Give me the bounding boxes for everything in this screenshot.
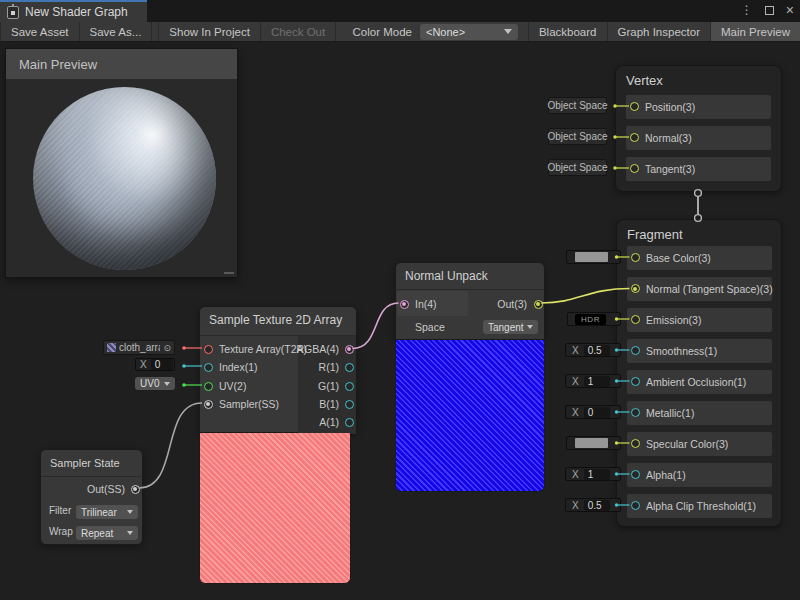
out-label: Out(3) [497, 292, 527, 316]
normal-unpack-title: Normal Unpack [405, 263, 488, 290]
port-tangent[interactable] [630, 164, 639, 173]
vertex-slot-normal[interactable]: Normal(3) [626, 126, 771, 150]
fragment-slot-emission[interactable]: Emission(3) [627, 308, 772, 332]
fragment-slot-ambient-occlusion[interactable]: Ambient Occlusion(1) [627, 370, 772, 394]
wrap-dropdown[interactable]: Repeat [76, 526, 138, 540]
metallic-field[interactable]: X 0 [565, 405, 621, 419]
vertex-slot-position-label: Position(3) [645, 95, 695, 119]
alpha-value[interactable]: 1 [584, 469, 610, 480]
color-swatch [575, 438, 608, 448]
save-asset-label: Save Asset [11, 26, 69, 38]
wrap-label: Wrap [49, 520, 73, 544]
port-normal[interactable] [630, 133, 639, 142]
fragment-slot-base-color[interactable]: Base Color(3) [627, 246, 772, 270]
normal-unpack-preview[interactable] [395, 340, 545, 492]
base-color-swatch[interactable] [566, 250, 621, 264]
port-out-ss[interactable] [131, 485, 140, 494]
vertex-slot-tangent[interactable]: Tangent(3) [626, 157, 771, 181]
chevron-down-icon [127, 510, 133, 514]
position-space-chip[interactable]: Object Space [548, 97, 607, 114]
port-b[interactable] [345, 400, 354, 409]
port-smoothness[interactable] [631, 346, 640, 355]
node-sample-texture-2d-array[interactable]: Sample Texture 2D Array Texture Array(T2… [199, 306, 357, 433]
port-alpha-clip-threshold[interactable] [631, 501, 640, 510]
port-base-color[interactable] [631, 253, 640, 262]
fragment-slot-alpha-label: Alpha(1) [646, 463, 686, 487]
metallic-value[interactable]: 0 [584, 407, 610, 418]
filter-dropdown[interactable]: Trilinear [76, 505, 138, 519]
object-picker-icon[interactable]: ⊙ [163, 343, 171, 353]
save-asset-button[interactable]: Save Asset [0, 22, 80, 41]
graph-inspector-toggle-button[interactable]: Graph Inspector [608, 22, 711, 41]
fragment-slot-specular-color[interactable]: Specular Color(3) [627, 432, 772, 456]
node-sampler-state[interactable]: Sampler State Out(SS) Filter Trilinear W… [40, 449, 143, 545]
port-texture-array[interactable] [204, 345, 213, 354]
tab-new-shader-graph[interactable]: New Shader Graph [0, 0, 147, 22]
index-field[interactable]: X 0 [135, 358, 175, 371]
normal-space-chip[interactable]: Object Space [548, 128, 607, 145]
ambient-occlusion-field[interactable]: X 1 [565, 374, 621, 388]
blackboard-toggle-button[interactable]: Blackboard [528, 22, 608, 41]
texture-array-object-field[interactable]: cloth_array ⊙ [103, 340, 175, 355]
port-metallic[interactable] [631, 408, 640, 417]
fragment-slot-ambient-occlusion-label: Ambient Occlusion(1) [646, 370, 746, 394]
smoothness-field[interactable]: X 0.5 [565, 343, 621, 357]
more-options-icon[interactable]: ⋮ [741, 3, 753, 17]
alpha-clip-threshold-field[interactable]: X 0.5 [565, 498, 621, 512]
chevron-down-icon [527, 325, 533, 329]
fragment-slot-metallic[interactable]: Metallic(1) [627, 401, 772, 425]
vertex-slot-position[interactable]: Position(3) [626, 95, 771, 119]
resize-grip[interactable] [224, 272, 234, 274]
main-preview-toggle-button[interactable]: Main Preview [711, 22, 800, 41]
maximize-icon[interactable] [765, 6, 774, 15]
port-index[interactable] [204, 363, 213, 372]
port-alpha[interactable] [631, 470, 640, 479]
alpha-clip-threshold-value[interactable]: 0.5 [584, 500, 610, 511]
port-emission[interactable] [631, 315, 640, 324]
show-in-project-button[interactable]: Show In Project [158, 22, 261, 41]
save-as-button[interactable]: Save As... [80, 22, 153, 41]
space-dropdown[interactable]: Tangent [483, 320, 538, 334]
port-ambient-occlusion[interactable] [631, 377, 640, 386]
sample-texture-preview[interactable] [199, 433, 351, 584]
alpha-field[interactable]: X 1 [565, 467, 621, 481]
fragment-slot-alpha-clip-label: Alpha Clip Threshold(1) [646, 494, 756, 518]
port-a[interactable] [345, 418, 354, 427]
port-specular-color[interactable] [631, 439, 640, 448]
input-sampler-label: Sampler(SS) [219, 392, 279, 416]
node-vertex[interactable]: Vertex Position(3) Normal(3) Tangent(3) [615, 65, 782, 192]
port-out[interactable] [534, 300, 543, 309]
specular-color-swatch[interactable] [566, 436, 621, 450]
main-preview-panel[interactable]: Main Preview [5, 48, 238, 278]
preview-sphere[interactable] [33, 87, 216, 270]
normal-space-label: Object Space [547, 131, 607, 142]
fragment-slot-specular-color-label: Specular Color(3) [646, 432, 728, 456]
port-r[interactable] [345, 363, 354, 372]
port-position[interactable] [630, 102, 639, 111]
port-uv[interactable] [204, 382, 213, 391]
wire-samplerstate-to-sampler[interactable] [139, 403, 202, 488]
node-fragment[interactable]: Fragment Base Color(3) Normal (Tangent S… [616, 219, 782, 527]
port-sampler[interactable] [204, 400, 213, 409]
fragment-slot-emission-label: Emission(3) [646, 308, 701, 332]
main-preview-header[interactable]: Main Preview [6, 49, 237, 79]
texture-array-value: cloth_array [119, 342, 160, 353]
port-rgba[interactable] [345, 345, 354, 354]
port-normal-tangent-space[interactable] [631, 284, 640, 293]
emission-hdr-field[interactable]: HDR [567, 312, 621, 326]
port-g[interactable] [345, 382, 354, 391]
fragment-slot-smoothness[interactable]: Smoothness(1) [627, 339, 772, 363]
node-normal-unpack[interactable]: Normal Unpack In(4) Out(3) Space Tangent [395, 262, 545, 340]
tangent-space-chip[interactable]: Object Space [548, 159, 607, 176]
uv-channel-dropdown[interactable]: UV0 [135, 377, 175, 390]
ambient-occlusion-value[interactable]: 1 [584, 376, 610, 387]
fragment-slot-normal-ts[interactable]: Normal (Tangent Space)(3) [627, 277, 772, 301]
wire-rgba-to-in[interactable] [353, 303, 399, 349]
fragment-slot-alpha-clip[interactable]: Alpha Clip Threshold(1) [627, 494, 772, 518]
color-mode-dropdown[interactable]: <None> [420, 24, 518, 40]
close-icon[interactable]: × [786, 3, 794, 17]
smoothness-value[interactable]: 0.5 [584, 345, 610, 356]
index-value[interactable]: 0 [151, 359, 173, 370]
port-in[interactable] [400, 300, 409, 309]
fragment-slot-alpha[interactable]: Alpha(1) [627, 463, 772, 487]
